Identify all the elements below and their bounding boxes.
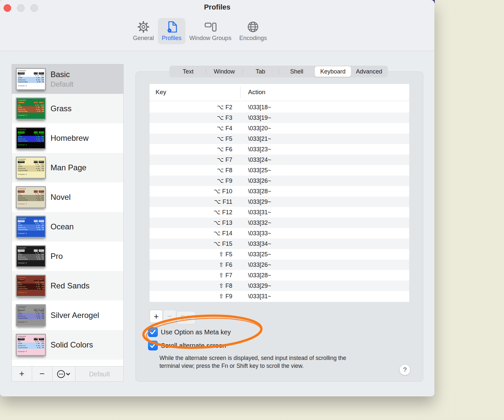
profile-list-item[interactable]: Terminal# COMMAND %CPU RPRVT top bbox=[12, 123, 123, 153]
action-cell: \033[25~ bbox=[248, 249, 271, 260]
thumb-header-row: COMMAND %CPU RPRVT bbox=[18, 308, 44, 310]
column-header-action[interactable]: Action bbox=[248, 89, 265, 96]
action-cell: \033[28~ bbox=[248, 186, 271, 197]
thumb-title: Terminal# bbox=[18, 247, 44, 249]
checkmark-icon bbox=[149, 341, 157, 350]
profile-list-item[interactable]: Terminal# COMMAND %CPU RPRVT top bbox=[12, 64, 123, 94]
profile-list-item[interactable]: Terminal# COMMAND %CPU RPRVT top bbox=[12, 330, 123, 360]
thumb-proc-row: loginwindow 0.0%4M bbox=[18, 258, 44, 260]
profile-list-item[interactable]: Terminal# COMMAND %CPU RPRVT top bbox=[12, 271, 123, 301]
keyboard-shortcuts-table: Key Action ⌥ F2 \033[18~ ⌥ F3 bbox=[150, 84, 409, 302]
profile-list-item[interactable]: Terminal# COMMAND %CPU RPRVT top bbox=[12, 153, 123, 182]
profile-thumbnail: Terminal# COMMAND %CPU RPRVT top bbox=[16, 97, 46, 120]
checkmark-icon bbox=[149, 328, 157, 336]
thumb-title: Terminal# bbox=[18, 188, 44, 190]
thumb-header-row: COMMAND %CPU RPRVT bbox=[18, 338, 44, 340]
tab[interactable]: Shell bbox=[279, 66, 315, 77]
profile-list-item[interactable]: Terminal# COMMAND %CPU RPRVT top bbox=[12, 242, 123, 271]
table-row[interactable]: ⌥ F6 \033[23~ bbox=[150, 144, 409, 155]
table-row[interactable]: ⇧ F6 \033[26~ bbox=[150, 260, 409, 270]
profile-thumbnail: Terminal# COMMAND %CPU RPRVT top bbox=[16, 186, 46, 208]
profile-thumbnail: Terminal# COMMAND %CPU RPRVT top bbox=[16, 216, 46, 238]
table-row[interactable]: ⇧ F5 \033[25~ bbox=[150, 249, 409, 260]
action-cell: \033[25~ bbox=[248, 165, 271, 176]
toolbar-item-profiles[interactable]: Profiles bbox=[158, 18, 185, 44]
table-row[interactable]: ⌥ F11 \033[29~ bbox=[150, 197, 409, 207]
thumb-proc-row: loginwindow 0.0%4M bbox=[18, 81, 44, 83]
table-row[interactable]: ⇧ F7 \033[28~ bbox=[150, 270, 409, 281]
profile-default-badge: Default bbox=[51, 80, 74, 89]
thumb-proc-row: loginwindow 0.0%4M bbox=[18, 170, 44, 172]
thumb-prompt: Terminal # bbox=[18, 203, 44, 205]
table-row[interactable]: ⌥ F3 \033[19~ bbox=[150, 113, 409, 123]
thumb-header-row: COMMAND %CPU RPRVT bbox=[18, 279, 44, 281]
use-option-as-meta-checkbox[interactable] bbox=[148, 327, 158, 337]
table-row[interactable]: ⌥ F10 \033[28~ bbox=[150, 186, 409, 197]
table-row[interactable]: ⌥ F15 \033[34~ bbox=[150, 239, 409, 249]
profile-name: Ocean bbox=[51, 222, 74, 231]
table-row[interactable]: ⌥ F12 \033[31~ bbox=[150, 207, 409, 218]
table-row[interactable]: ⌥ F7 \033[24~ bbox=[150, 155, 409, 165]
toolbar-item-general[interactable]: General bbox=[129, 18, 158, 44]
table-row[interactable]: ⌥ F8 \033[25~ bbox=[150, 165, 409, 176]
remove-shortcut-button[interactable]: − bbox=[163, 310, 176, 323]
profile-actions-menu-button[interactable] bbox=[52, 367, 75, 381]
help-button[interactable]: ? bbox=[399, 364, 410, 375]
table-row[interactable]: ⌥ F13 \033[32~ bbox=[150, 218, 409, 228]
thumb-proc-row: loginwindow 0.0%4M bbox=[18, 111, 44, 113]
terminal-preferences-window: Profiles bbox=[0, 0, 434, 396]
profile-list-item[interactable]: Terminal# COMMAND %CPU RPRVT top bbox=[12, 94, 123, 123]
profile-list-item[interactable]: Terminal# COMMAND %CPU RPRVT top bbox=[12, 301, 123, 330]
toolbar-item-encodings[interactable]: Encodings bbox=[235, 18, 271, 44]
thumb-proc-row: loginwindow 0.0%4M bbox=[18, 229, 44, 231]
add-shortcut-button[interactable]: + bbox=[150, 310, 163, 323]
table-row[interactable]: ⇧ F9 \033[31~ bbox=[150, 291, 409, 302]
thumb-header-row: COMMAND %CPU RPRVT bbox=[18, 220, 44, 222]
key-cell: ⇧ F9 bbox=[150, 291, 232, 302]
key-cell: ⌥ F8 bbox=[150, 165, 232, 176]
add-profile-button[interactable]: + bbox=[12, 367, 32, 381]
thumb-title: Terminal# bbox=[18, 129, 44, 131]
profile-list-item[interactable]: Terminal# COMMAND %CPU RPRVT top bbox=[12, 212, 123, 242]
gear-icon bbox=[136, 20, 150, 34]
thumb-prompt: Terminal # bbox=[18, 262, 44, 264]
thumb-prompt: Terminal # bbox=[18, 292, 44, 294]
tab[interactable]: Keyboard bbox=[315, 66, 351, 77]
column-header-key[interactable]: Key bbox=[156, 89, 166, 96]
toolbar-item-window-groups[interactable]: Window Groups bbox=[185, 18, 235, 44]
table-body: ⌥ F2 \033[18~ ⌥ F3 \033[19~ ⌥ F4 \ bbox=[150, 102, 409, 302]
action-cell: \033[31~ bbox=[248, 207, 271, 218]
key-cell: ⌥ F5 bbox=[150, 134, 232, 144]
edit-shortcut-button[interactable]: Edit bbox=[177, 311, 196, 324]
scroll-alternate-screen-checkbox[interactable] bbox=[148, 341, 158, 350]
tab[interactable]: Tab bbox=[242, 66, 279, 77]
profile-name: Grass bbox=[51, 104, 72, 113]
action-cell: \033[31~ bbox=[248, 291, 271, 302]
tab[interactable]: Text bbox=[170, 66, 206, 77]
default-profile-button[interactable]: Default bbox=[75, 367, 123, 381]
key-cell: ⌥ F3 bbox=[150, 113, 232, 123]
tab[interactable]: Advanced bbox=[351, 66, 387, 77]
tab[interactable]: Window bbox=[206, 66, 242, 77]
remove-profile-button[interactable]: − bbox=[32, 367, 52, 381]
action-cell: \033[29~ bbox=[248, 197, 271, 207]
thumb-title: Terminal# bbox=[18, 306, 44, 308]
content-area: Terminal# COMMAND %CPU RPRVT top bbox=[0, 52, 434, 396]
action-cell: \033[26~ bbox=[248, 260, 271, 270]
column-divider bbox=[240, 87, 241, 98]
thumb-prompt: Terminal # bbox=[18, 115, 44, 116]
profile-thumbnail: Terminal# COMMAND %CPU RPRVT top bbox=[16, 245, 46, 267]
table-row[interactable]: ⌥ F14 \033[33~ bbox=[150, 228, 409, 239]
profile-thumbnail: Terminal# COMMAND %CPU RPRVT top bbox=[16, 68, 46, 90]
profile-thumbnail: Terminal# COMMAND %CPU RPRVT top bbox=[16, 127, 46, 149]
table-row[interactable]: ⌥ F5 \033[21~ bbox=[150, 134, 409, 144]
table-row[interactable]: ⌥ F2 \033[18~ bbox=[150, 102, 409, 113]
profile-name: Solid Colors bbox=[51, 340, 93, 349]
table-row[interactable]: ⌥ F4 \033[20~ bbox=[150, 123, 409, 134]
table-row[interactable]: ⌥ F9 \033[26~ bbox=[150, 176, 409, 186]
key-cell: ⌥ F14 bbox=[150, 228, 232, 239]
thumb-prompt: Terminal # bbox=[18, 174, 44, 176]
table-row[interactable]: ⇧ F8 \033[29~ bbox=[150, 281, 409, 291]
profile-list-item[interactable]: Terminal# COMMAND %CPU RPRVT top bbox=[12, 182, 123, 212]
profiles-list: Terminal# COMMAND %CPU RPRVT top bbox=[12, 64, 123, 366]
